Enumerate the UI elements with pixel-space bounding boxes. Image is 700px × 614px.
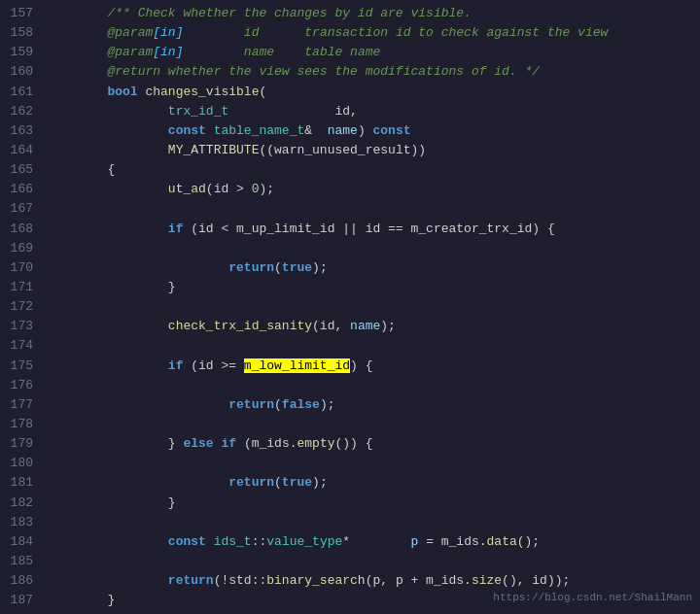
token: table_name_t [214,123,305,138]
line-code [47,199,700,219]
token: (p, p + m_ids. [366,573,472,588]
line-number: 167 [0,199,47,219]
code-line: 167 [0,199,700,219]
line-code: @param[in] name table name [47,43,700,62]
token: false [282,397,320,412]
line-number: 172 [0,297,47,317]
line-number: 169 [0,239,47,258]
token: true [282,475,312,490]
token: (); [517,534,540,549]
token [47,64,107,79]
token: if [221,436,236,451]
line-number: 174 [0,336,47,356]
token: else [183,436,213,451]
code-line: 174 [0,336,700,356]
code-line: 158 @param[in] id transaction id to chec… [0,23,700,43]
token [47,143,168,157]
token [47,534,168,549]
token [206,123,214,138]
token: ()) { [335,436,373,451]
token: (id < m_up_limit_id || id == m_creator_t… [183,222,554,236]
line-number: 158 [0,23,47,43]
token: value_type [266,534,342,549]
line-code: trx_id_t id, [47,102,700,121]
code-line: 169 [0,239,700,258]
code-line: 185 [0,552,700,571]
code-line: 176 [0,376,700,395]
token: ); [320,397,335,412]
token: if [168,358,184,373]
line-code [47,415,700,434]
line-code: } [47,494,700,513]
code-line: 160 @return whether the view sees the mo… [0,62,700,82]
token: @param [107,25,153,40]
token: name table name [183,45,380,59]
token: trx_id_t [168,104,228,119]
line-code [47,336,700,356]
line-code: return(true); [47,258,700,278]
line-code: return(true); [47,473,700,493]
line-code: bool changes_visible( [47,83,700,102]
line-number: 176 [0,376,47,395]
token: MY_ATTRIBUTE [168,143,260,157]
token: ( [274,397,282,412]
line-number: 181 [0,473,47,493]
line-number: 184 [0,532,47,552]
code-line: 171 } [0,278,700,297]
token: if [168,222,184,236]
token: const [168,123,206,138]
line-number: 175 [0,357,47,376]
token: /** Check whether the changes by id are … [107,6,471,20]
token: ids_t [214,534,252,549]
code-line: 183 [0,513,700,532]
code-line: 170 return(true); [0,258,700,278]
line-number: 163 [0,121,47,141]
token: [in] [153,45,183,59]
code-line: 164 MY_ATTRIBUTE((warn_unused_result)) [0,141,700,160]
line-code: const ids_t::value_type* p = m_ids.data(… [47,532,700,552]
code-area: 157 /** Check whether the changes by id … [0,4,700,610]
token: ); [312,475,328,490]
line-number: 166 [0,180,47,199]
token [47,222,168,236]
line-number: 159 [0,43,47,62]
line-code: ut_ad(id > 0); [47,180,700,199]
line-number: 160 [0,62,47,82]
code-line: 177 return(false); [0,395,700,415]
token [47,123,168,138]
line-number: 162 [0,102,47,121]
token: } [47,495,176,510]
line-number: 165 [0,160,47,180]
token: = m_ids. [418,534,486,549]
token: return [168,573,214,588]
token: binary_search [266,573,365,588]
line-code: @param[in] id transaction id to check ag… [47,23,700,43]
token: ((warn_unused_result)) [259,143,426,157]
token [47,260,228,275]
code-line: 182 } [0,494,700,513]
token [47,319,168,333]
line-code [47,376,700,395]
token [47,358,168,373]
code-line: 180 [0,454,700,473]
line-code [47,297,700,317]
line-code [47,239,700,258]
line-code: } [47,278,700,297]
token: { [47,162,115,177]
line-number: 180 [0,454,47,473]
token: empty [298,436,335,451]
line-number: 177 [0,395,47,415]
token: return [228,260,274,275]
token: (id, [312,319,350,333]
line-code: MY_ATTRIBUTE((warn_unused_result)) [47,141,700,160]
token: :: [252,534,267,549]
code-line: 163 const table_name_t& name) const [0,121,700,141]
token: size [472,573,502,588]
token [47,85,107,99]
token [47,573,168,588]
token [206,534,214,549]
code-line: 172 [0,297,700,317]
token: ) { [350,358,372,373]
code-line: 157 /** Check whether the changes by id … [0,4,700,23]
token: * [342,534,410,549]
